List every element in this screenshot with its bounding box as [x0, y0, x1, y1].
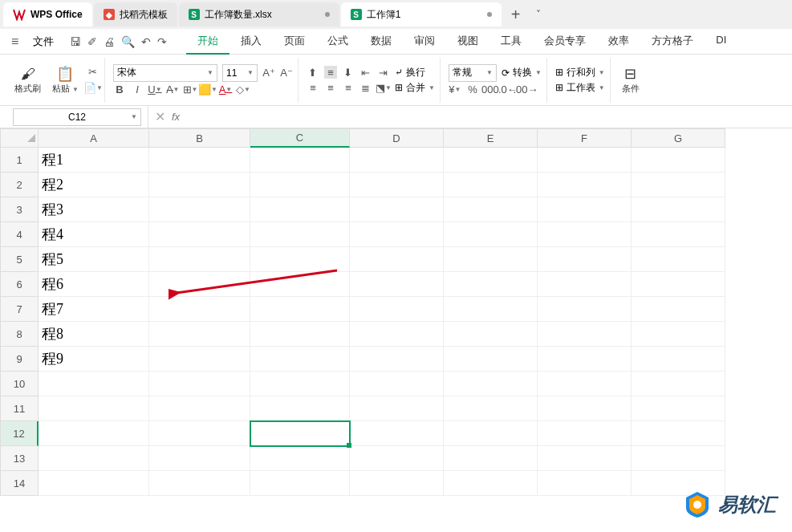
cell-E13[interactable]	[444, 446, 538, 471]
cell-G3[interactable]	[632, 197, 725, 222]
menu-item-2[interactable]: 页面	[273, 29, 316, 55]
cell-E5[interactable]	[444, 247, 538, 272]
cell-G9[interactable]	[632, 347, 725, 372]
worksheet-button[interactable]: ⊞ 工作表▼	[555, 81, 605, 95]
select-all-corner[interactable]	[0, 128, 39, 148]
underline-icon[interactable]: U▼	[148, 83, 161, 96]
cell-B13[interactable]	[149, 446, 250, 471]
cell-G1[interactable]	[632, 148, 725, 173]
cell-A14[interactable]	[39, 471, 149, 496]
fx-icon[interactable]: fx	[172, 111, 180, 123]
row-header-6[interactable]: 6	[0, 272, 39, 297]
align-middle-icon[interactable]: ≡	[324, 66, 337, 79]
menu-item-10[interactable]: 方方格子	[640, 29, 705, 55]
col-header-B[interactable]: B	[149, 128, 250, 148]
cell-D8[interactable]	[350, 322, 444, 347]
border-icon[interactable]: ⊞▼	[184, 83, 197, 96]
menu-item-11[interactable]: DI	[705, 29, 737, 55]
cell-A7[interactable]: 程7	[39, 297, 149, 322]
orientation-icon[interactable]: ⬔▼	[377, 81, 390, 94]
currency-icon[interactable]: ¥▼	[449, 83, 461, 96]
doc-tab-1[interactable]: S 工作簿数量.xlsx	[179, 2, 339, 26]
paste-button[interactable]: 📋 粘贴 ▼	[49, 63, 82, 96]
cell-B7[interactable]	[149, 297, 250, 322]
menu-item-7[interactable]: 工具	[489, 29, 533, 55]
cell-G12[interactable]	[632, 421, 725, 446]
menu-item-8[interactable]: 会员专享	[533, 29, 597, 55]
cell-B10[interactable]	[149, 372, 250, 396]
row-header-11[interactable]: 11	[0, 396, 39, 421]
cell-C10[interactable]	[250, 372, 350, 396]
menu-item-6[interactable]: 视图	[446, 29, 489, 55]
conditional-format-button[interactable]: ⊟ 条件	[619, 63, 643, 96]
menu-item-5[interactable]: 审阅	[403, 29, 446, 55]
cell-E3[interactable]	[444, 197, 538, 222]
cancel-icon[interactable]: ✕	[155, 109, 165, 124]
cell-E12[interactable]	[444, 421, 538, 446]
cell-F4[interactable]	[538, 222, 632, 247]
cell-E1[interactable]	[444, 148, 538, 173]
cell-C12[interactable]	[250, 421, 350, 446]
cell-D2[interactable]	[350, 173, 444, 197]
clear-format-icon[interactable]: ◇▼	[237, 83, 250, 96]
cell-E9[interactable]	[444, 347, 538, 372]
col-header-G[interactable]: G	[632, 128, 725, 148]
col-header-F[interactable]: F	[538, 128, 632, 148]
cell-G6[interactable]	[632, 272, 725, 297]
cell-D12[interactable]	[350, 421, 444, 446]
cell-C11[interactable]	[250, 396, 350, 421]
justify-icon[interactable]: ≣	[359, 81, 372, 94]
cell-A10[interactable]	[39, 372, 149, 396]
increase-font-icon[interactable]: A⁺	[262, 67, 275, 79]
bold-icon[interactable]: B	[113, 83, 126, 96]
cell-D7[interactable]	[350, 297, 444, 322]
menu-item-3[interactable]: 公式	[316, 29, 359, 55]
cell-D1[interactable]	[350, 148, 444, 173]
cell-A13[interactable]	[39, 446, 149, 471]
cell-F2[interactable]	[538, 173, 632, 197]
template-tab[interactable]: ◆ 找稻壳模板	[94, 2, 177, 26]
cell-B4[interactable]	[149, 222, 250, 247]
cell-C13[interactable]	[250, 446, 350, 471]
cell-G11[interactable]	[632, 396, 725, 421]
decrease-decimal-icon[interactable]: .00→	[519, 83, 532, 96]
italic-icon[interactable]: I	[131, 83, 144, 96]
preview-icon[interactable]: 🔍	[121, 35, 135, 48]
format-brush-button[interactable]: 🖌 格式刷	[11, 63, 44, 96]
col-header-A[interactable]: A	[39, 128, 149, 148]
cell-C14[interactable]	[250, 471, 350, 496]
row-header-10[interactable]: 10	[0, 372, 39, 396]
wrap-text-button[interactable]: ⤶ 换行	[395, 66, 425, 79]
cell-F7[interactable]	[538, 297, 632, 322]
cell-F13[interactable]	[538, 446, 632, 471]
cell-B9[interactable]	[149, 347, 250, 372]
col-header-C[interactable]: C	[250, 128, 350, 148]
cell-E11[interactable]	[444, 396, 538, 421]
cell-A11[interactable]	[39, 396, 149, 421]
align-top-icon[interactable]: ⬆	[307, 66, 319, 79]
cell-D9[interactable]	[350, 347, 444, 372]
cell-B12[interactable]	[149, 421, 250, 446]
doc-tab-2[interactable]: S 工作簿1	[341, 2, 502, 26]
increase-indent-icon[interactable]: ⇥	[377, 66, 390, 79]
cell-F12[interactable]	[538, 421, 632, 446]
cell-G8[interactable]	[632, 322, 725, 347]
cell-G2[interactable]	[632, 173, 725, 197]
cell-F9[interactable]	[538, 347, 632, 372]
new-tab-button[interactable]: +	[503, 6, 529, 24]
rows-cols-button[interactable]: ⊞ 行和列▼	[555, 66, 605, 79]
cell-D11[interactable]	[350, 396, 444, 421]
row-header-3[interactable]: 3	[0, 197, 39, 222]
cell-B11[interactable]	[149, 396, 250, 421]
cell-G5[interactable]	[632, 247, 725, 272]
app-tab[interactable]: WPS Office	[3, 2, 92, 26]
undo-icon[interactable]: ↶	[141, 35, 151, 48]
cell-A5[interactable]: 程5	[39, 247, 149, 272]
align-left-icon[interactable]: ≡	[307, 81, 319, 94]
cell-B5[interactable]	[149, 247, 250, 272]
cell-C2[interactable]	[250, 173, 350, 197]
row-header-13[interactable]: 13	[0, 446, 39, 471]
cell-F3[interactable]	[538, 197, 632, 222]
redo-icon[interactable]: ↷	[157, 35, 167, 48]
cell-A9[interactable]: 程9	[39, 347, 149, 372]
